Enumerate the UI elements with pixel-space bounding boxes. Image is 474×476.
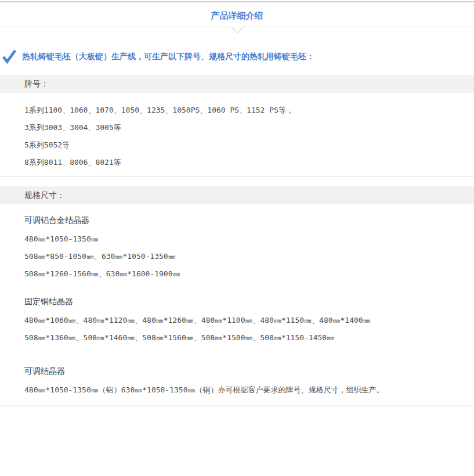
spec-line: 480㎜*1050-1350㎜ [24, 230, 474, 248]
spec-subsection-title: 可调结晶器 [24, 367, 474, 375]
grades-section-header: 牌号： [0, 75, 474, 93]
product-detail-page: 产品详细介绍 热轧铸锭毛坯（大板锭）生产线，可生产以下牌号、规格尺寸的热轧用铸锭… [0, 1, 474, 406]
specs-section-header: 规格尺寸： [0, 186, 474, 204]
spec-line: 480㎜*1060㎜、480㎜*1120㎜、480㎜*1260㎜、480㎜*11… [24, 312, 474, 329]
grades-section-label: 牌号： [24, 79, 49, 88]
intro-row: 热轧铸锭毛坯（大板锭）生产线，可生产以下牌号、规格尺寸的热轧用铸锭毛坯： [2, 49, 474, 64]
intro-heading: 热轧铸锭毛坯（大板锭）生产线，可生产以下牌号、规格尺寸的热轧用铸锭毛坯： [22, 49, 314, 64]
grade-line: 1系列1100、1060、1070、1050、1235、1050PS、1060 … [24, 102, 474, 119]
spec-lines-group: 480㎜*1050-1350㎜（铝）630㎜*1050-1350㎜（铜）亦可根据… [24, 381, 474, 399]
spec-subsection-title: 可调铝合金结晶器 [24, 216, 474, 224]
spec-line: 508㎜*1260-1560㎜、630㎜*1600-1900㎜ [24, 265, 474, 283]
grades-panel: 1系列1100、1060、1070、1050、1235、1050PS、1060 … [0, 93, 474, 177]
spec-line: 508㎜*1360㎜、508㎜*1460㎜、508㎜*1560㎜、508㎜*15… [24, 329, 474, 347]
grade-line: 5系列5052等 [24, 136, 474, 154]
title-underline [0, 27, 474, 35]
grade-line: 8系列8011、8006、8021等 [24, 154, 474, 171]
bottom-divider [0, 405, 474, 406]
spec-lines-group: 480㎜*1050-1350㎜ 508㎜*850-1050㎜、630㎜*1050… [24, 230, 474, 283]
specs-section-label: 规格尺寸： [24, 190, 65, 200]
check-icon [2, 49, 17, 64]
specs-panel: 可调铝合金结晶器 480㎜*1050-1350㎜ 508㎜*850-1050㎜、… [0, 216, 474, 399]
spec-subsection-title: 固定铜结晶器 [24, 297, 474, 305]
spec-line: 508㎜*850-1050㎜、630㎜*1050-1350㎜ [24, 248, 474, 265]
spec-lines-group: 480㎜*1060㎜、480㎜*1120㎜、480㎜*1260㎜、480㎜*11… [24, 312, 474, 347]
page-title[interactable]: 产品详细介绍 [211, 11, 263, 20]
spec-line: 480㎜*1050-1350㎜（铝）630㎜*1050-1350㎜（铜）亦可根据… [24, 381, 474, 399]
grade-line: 3系列3003、3004、3005等 [24, 119, 474, 136]
